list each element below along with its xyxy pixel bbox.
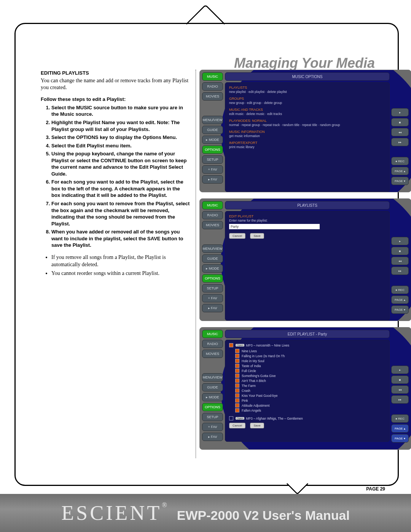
pagedown-button[interactable]: PAGE ▾ xyxy=(391,305,409,314)
step-item: When you have added or removed all of th… xyxy=(51,228,190,249)
track-checkbox[interactable] xyxy=(235,408,239,412)
rew-button[interactable]: ◂◂ xyxy=(391,257,409,265)
panel-body: EDIT PLAYLIST Enter name for the playlis… xyxy=(225,211,390,321)
track-list: Nine Lives Falling in Love (Is Hard On T… xyxy=(229,349,386,412)
track-row[interactable]: Attitude Adjustment xyxy=(235,403,386,407)
track-checkbox[interactable] xyxy=(235,349,239,353)
sidebar-menuview-button[interactable]: MENU/VIEW xyxy=(202,373,223,382)
sidebar-setup-button[interactable]: SETUP xyxy=(202,284,223,292)
track-row[interactable]: Taste of India xyxy=(235,364,386,368)
sidebar-setup-button[interactable]: SETUP xyxy=(202,155,223,164)
ff-button[interactable]: ▸▸ xyxy=(391,138,409,146)
option-block: GROUPSnew group · edit group · delete gr… xyxy=(229,97,386,105)
sidebar-menuview-button[interactable]: MENU/VIEW xyxy=(202,244,223,253)
track-checkbox[interactable] xyxy=(235,383,239,388)
track-row[interactable]: Full Circle xyxy=(235,369,386,373)
track-checkbox[interactable] xyxy=(235,403,239,407)
sidebar-options-button[interactable]: OPTIONS xyxy=(202,403,223,411)
track-row[interactable]: Ain't That A Bitch xyxy=(235,379,386,383)
sidebar-music-button[interactable]: MUSIC xyxy=(202,72,223,81)
track-row[interactable]: Falling in Love (Is Hard On Th xyxy=(235,354,386,358)
sidebar-addfav-button[interactable]: + FAV xyxy=(202,165,223,174)
album-checkbox[interactable] xyxy=(229,343,233,347)
rew-button[interactable]: ◂◂ xyxy=(391,385,409,394)
sidebar-mode-button[interactable]: ▸ MODE xyxy=(202,136,223,144)
page-header: Managing Your Media xyxy=(234,55,375,71)
pageup-button[interactable]: PAGE ▴ xyxy=(391,296,409,304)
sidebar-movies-button[interactable]: MOVIES xyxy=(202,92,223,101)
sidebar-nextfav-button[interactable]: ▸ FAV xyxy=(202,433,223,441)
play-button[interactable]: ▸ xyxy=(391,237,409,245)
option-block: MUSIC AND TRACKSedit music · delete musi… xyxy=(229,108,386,116)
track-checkbox[interactable] xyxy=(235,379,239,383)
screenshot-music-options: MUSIC RADIO MOVIES MENU/VIEW GUIDE ▸ MOD… xyxy=(199,70,411,192)
sidebar-options-button[interactable]: OPTIONS xyxy=(202,274,223,283)
stop-button[interactable]: ■ xyxy=(391,247,409,255)
track-row[interactable]: Crash xyxy=(235,388,386,393)
stop-button[interactable]: ■ xyxy=(391,375,409,384)
cancel-button[interactable]: Cancel xyxy=(229,423,245,428)
cancel-button[interactable]: Cancel xyxy=(229,233,245,239)
rec-button[interactable]: ● REC xyxy=(391,157,409,165)
panel-body: Open MP3 – Aerosmith – Nine Lives Nine L… xyxy=(225,340,390,442)
sidebar-nextfav-button[interactable]: ▸ FAV xyxy=(202,304,223,312)
ff-button[interactable]: ▸▸ xyxy=(391,395,409,404)
track-checkbox[interactable] xyxy=(235,398,239,403)
stop-button[interactable]: ■ xyxy=(391,118,409,126)
rec-button[interactable]: ● REC xyxy=(391,286,409,294)
sidebar-mode-button[interactable]: ▸ MODE xyxy=(202,393,223,401)
sidebar-music-button[interactable]: MUSIC xyxy=(202,201,223,209)
sidebar-setup-button[interactable]: SETUP xyxy=(202,413,223,421)
save-button[interactable]: Save xyxy=(250,423,264,428)
sidebar-addfav-button[interactable]: + FAV xyxy=(202,423,223,431)
track-checkbox[interactable] xyxy=(235,359,239,363)
track-row[interactable]: Something's Gotta Give xyxy=(235,374,386,378)
pageup-button[interactable]: PAGE ▴ xyxy=(391,167,409,175)
track-checkbox[interactable] xyxy=(235,374,239,378)
track-row[interactable]: Fallen Angels xyxy=(235,408,386,412)
track-checkbox[interactable] xyxy=(235,388,239,393)
sidebar-guide-button[interactable]: GUIDE xyxy=(202,383,223,391)
track-checkbox[interactable] xyxy=(235,364,239,368)
sidebar-nextfav-button[interactable]: ▸ FAV xyxy=(202,175,223,184)
track-row[interactable]: Nine Lives xyxy=(235,349,386,353)
step-item: For each song you want to remove from th… xyxy=(51,200,190,227)
track-checkbox[interactable] xyxy=(235,354,239,358)
pagedown-button[interactable]: PAGE ▾ xyxy=(391,177,409,185)
sidebar-options-button[interactable]: OPTIONS xyxy=(202,145,223,154)
manual-page: Managing Your Media EDITING PLAYLISTS Yo… xyxy=(0,0,411,532)
section-title: EDITING PLAYLISTS xyxy=(41,70,190,77)
page-frame: Managing Your Media EDITING PLAYLISTS Yo… xyxy=(14,23,399,486)
sidebar-mode-button[interactable]: ▸ MODE xyxy=(202,264,223,273)
track-checkbox[interactable] xyxy=(235,393,239,398)
album-row[interactable]: Open MP3 – Afghan Whigs, The – Gentlemen xyxy=(229,416,386,420)
play-button[interactable]: ▸ xyxy=(391,108,409,117)
ff-button[interactable]: ▸▸ xyxy=(391,267,409,275)
sidebar-menuview-button[interactable]: MENU/VIEW xyxy=(202,116,223,124)
rew-button[interactable]: ◂◂ xyxy=(391,128,409,136)
sidebar-movies-button[interactable]: MOVIES xyxy=(202,221,223,229)
sidebar-radio-button[interactable]: RADIO xyxy=(202,82,223,91)
save-button[interactable]: Save xyxy=(250,233,264,239)
track-row[interactable]: Kiss Your Past Good-bye xyxy=(235,393,386,398)
main-panel: PLAYLISTS EDIT PLAYLIST Enter name for t… xyxy=(225,201,390,321)
pagedown-button[interactable]: PAGE ▾ xyxy=(391,434,409,443)
pageup-button[interactable]: PAGE ▴ xyxy=(391,424,409,433)
sidebar-movies-button[interactable]: MOVIES xyxy=(202,350,223,358)
sidebar-radio-button[interactable]: RADIO xyxy=(202,340,223,348)
track-checkbox[interactable] xyxy=(235,369,239,373)
sidebar-music-button[interactable]: MUSIC xyxy=(202,330,223,338)
play-button[interactable]: ▸ xyxy=(391,366,409,374)
track-row[interactable]: Hole in My Soul xyxy=(235,359,386,363)
playlist-name-input[interactable]: Party xyxy=(229,224,320,229)
sidebar-radio-button[interactable]: RADIO xyxy=(202,211,223,219)
track-row[interactable]: The Farm xyxy=(235,383,386,388)
sidebar-guide-button[interactable]: GUIDE xyxy=(202,126,223,134)
track-row[interactable]: Pink xyxy=(235,398,386,403)
album-row[interactable]: Open MP3 – Aerosmith – Nine Lives xyxy=(229,343,386,347)
album-checkbox[interactable] xyxy=(229,416,233,420)
sidebar-guide-button[interactable]: GUIDE xyxy=(202,254,223,263)
brand-logo: ESCIENT® xyxy=(61,501,169,525)
sidebar-addfav-button[interactable]: + FAV xyxy=(202,294,223,302)
rec-button[interactable]: ● REC xyxy=(391,414,409,423)
